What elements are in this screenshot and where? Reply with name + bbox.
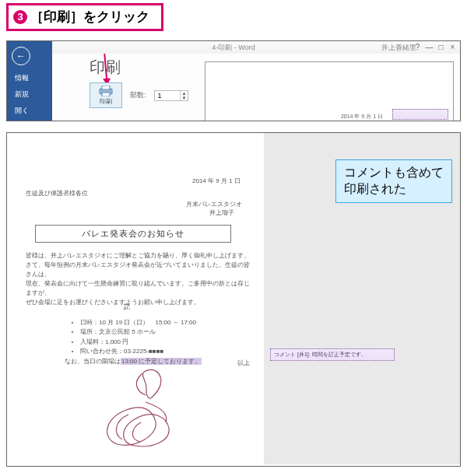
- doc-sender-name: 井上瑠子: [209, 208, 234, 217]
- doc-highlighted-text: 13:00 に予定しております。: [121, 358, 202, 365]
- doc-record-header: 記: [124, 303, 130, 311]
- result-note-line2: 印刷された: [344, 181, 444, 198]
- doc-record-list: 日時：10 月 19 日（日） 15:00 ～ 17:00 場所：文京公民館 5…: [41, 318, 202, 366]
- doc-body-line: 皆様は、井上バレエスタジオにご理解とご協力を賜り、厚く御礼申し上げます。: [26, 251, 251, 261]
- doc-end-mark: 以上: [237, 359, 250, 367]
- window-title: 4-印刷 - Word: [212, 43, 255, 53]
- window-titlebar: 4-印刷 - Word 井上香緒里 ? — □ ×: [7, 41, 460, 54]
- backstage-sidebar: ← 情報 新規 開く 上書き保存: [7, 41, 52, 121]
- word-backstage: 4-印刷 - Word 井上香緒里 ? — □ × ← 情報 新規 開く 上書き…: [6, 40, 461, 121]
- close-icon[interactable]: ×: [448, 43, 457, 51]
- doc-record-item: 問い合わせ先：03-2225-■■■■: [80, 347, 202, 356]
- backstage-preview: 2014 年 9 月 1 日: [205, 61, 454, 121]
- step-callout: 3［印刷］をクリック: [6, 3, 163, 31]
- copies-value: 1: [155, 91, 181, 100]
- back-arrow-icon: ←: [16, 51, 26, 61]
- window-user: 井上香緒里: [381, 43, 416, 53]
- printed-page-frame: 2014 年 9 月 1 日 生徒及び保護者様各位 月末バレエスタジオ 井上瑠子…: [6, 132, 461, 467]
- maximize-icon[interactable]: □: [437, 43, 445, 51]
- preview-comment-bubble: [392, 109, 448, 120]
- ballet-shoe-illustration: [97, 368, 198, 453]
- doc-sender-org: 月末バレエスタジオ: [186, 200, 242, 208]
- doc-record-item: 入場料：1,000 円: [80, 338, 202, 347]
- spinner-down-icon[interactable]: ▼: [181, 96, 188, 100]
- svg-rect-2: [102, 93, 110, 96]
- sidebar-item-open[interactable]: 開く: [7, 103, 52, 119]
- svg-rect-1: [102, 86, 110, 89]
- result-note-line1: コメントも含めて: [344, 165, 444, 181]
- printed-comment-balloon: コメント [井1]: 時間を訂正予定です。: [270, 348, 395, 361]
- backstage-main: 印刷 印刷 部数: 1 ▲ ▼ 2014 年 9 月 1 日: [52, 54, 460, 121]
- sidebar-item-save[interactable]: 上書き保存: [7, 119, 52, 121]
- step-text: ［印刷］をクリック: [30, 9, 149, 24]
- preview-date: 2014 年 9 月 1 日: [341, 113, 383, 121]
- doc-date: 2014 年 9 月 1 日: [192, 177, 241, 185]
- result-note: コメントも含めて 印刷された: [335, 159, 452, 203]
- doc-body-line: さて、毎年恒例の月末バレエスタジオ発表会が近づいてまいりました。生徒の皆さんは、: [26, 261, 251, 279]
- doc-record-item: 場所：文京公民館 5 ホール: [80, 327, 202, 337]
- doc-body-line: 現在、発表会に向けて一生懸命練習に取り組んでいます。ご多用中の折とは存じますが、: [26, 279, 251, 298]
- doc-body-line: ぜひ会場に足をお運びくださいますようお願い申し上げます。: [26, 298, 251, 307]
- minimize-icon[interactable]: —: [425, 43, 434, 51]
- sidebar-item-info[interactable]: 情報: [7, 70, 52, 86]
- sidebar-item-new[interactable]: 新規: [7, 86, 52, 103]
- printer-icon: [98, 86, 114, 96]
- doc-highlight-lead: なお、当日の開場は: [65, 358, 121, 365]
- copies-spinner[interactable]: 1 ▲ ▼: [154, 90, 189, 101]
- print-button[interactable]: 印刷: [90, 82, 122, 108]
- doc-body: 皆様は、井上バレエスタジオにご理解とご協力を賜り、厚く御礼申し上げます。 さて、…: [26, 251, 251, 307]
- doc-title: バレエ発表会のお知らせ: [35, 225, 231, 243]
- print-button-label: 印刷: [92, 97, 120, 106]
- doc-record-highlight-line: なお、当日の開場は13:00 に予定しております。: [65, 357, 202, 366]
- copies-label: 部数:: [130, 90, 146, 100]
- doc-recipient: 生徒及び保護者様各位: [26, 189, 88, 198]
- doc-record-item: 日時：10 月 19 日（日） 15:00 ～ 17:00: [80, 318, 202, 327]
- help-icon[interactable]: ?: [413, 43, 422, 51]
- back-button[interactable]: ←: [12, 47, 30, 65]
- step-number-badge: 3: [13, 10, 27, 24]
